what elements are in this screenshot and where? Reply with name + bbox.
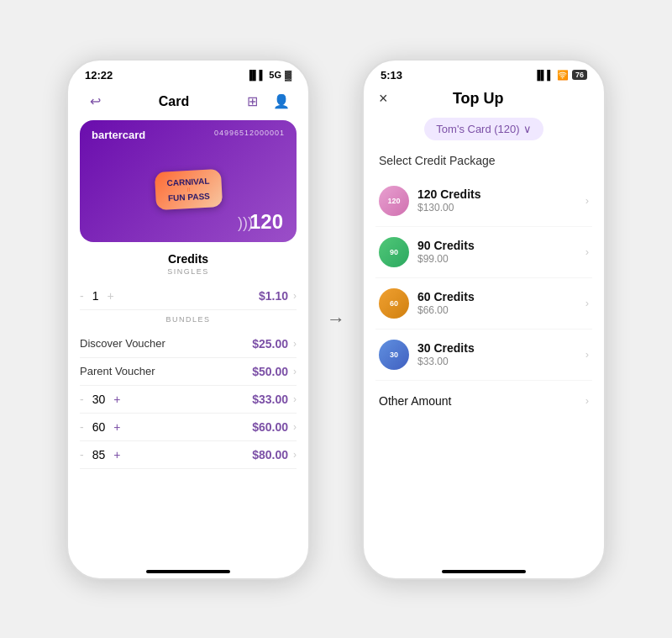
plus-85[interactable]: + bbox=[113, 448, 120, 461]
minus-singles[interactable]: - bbox=[80, 289, 84, 303]
plus-30[interactable]: + bbox=[113, 393, 120, 406]
credits-label-90: 90 Credits bbox=[417, 239, 475, 252]
card-screen-header: ↩ Card ⊞ 👤 bbox=[68, 85, 308, 120]
credits-label-120: 120 Credits bbox=[417, 187, 480, 201]
discover-voucher-row[interactable]: Discover Voucher $25.00 › bbox=[80, 330, 297, 358]
phone-topup-screen: 5:13 ▐▌▌ 🛜 76 × Top Up Tom's Card (120) … bbox=[362, 59, 606, 580]
package-chevron-30: › bbox=[585, 348, 589, 361]
package-icon-120: 120 bbox=[379, 186, 409, 216]
scan-button[interactable]: ⊞ bbox=[241, 90, 265, 113]
plus-singles[interactable]: + bbox=[107, 289, 113, 303]
wifi-icon: 🛜 bbox=[557, 70, 569, 81]
package-icon-30: 30 bbox=[379, 340, 409, 370]
credits-price-60: $66.00 bbox=[417, 304, 475, 316]
card-screen-title: Card bbox=[159, 94, 189, 109]
package-list: 120 120 Credits $130.00 › 90 90 Credit bbox=[364, 176, 604, 562]
credits-price-30: $33.00 bbox=[417, 356, 475, 367]
qty-85: 85 bbox=[92, 448, 106, 461]
status-icons-right: ▐▌▌ 🛜 76 bbox=[534, 70, 587, 81]
singles-chevron: › bbox=[293, 290, 297, 302]
credits-label-30: 30 Credits bbox=[417, 341, 475, 355]
bundle-30-row: - 30 + $33.00 › bbox=[80, 386, 297, 414]
arrow-symbol: → bbox=[327, 308, 345, 330]
package-item-30[interactable]: 30 30 Credits $33.00 › bbox=[375, 330, 592, 381]
close-button[interactable]: × bbox=[379, 90, 388, 108]
credits-title: Credits bbox=[80, 252, 297, 266]
carnival-badge: CARNIVAL II FUN PASS bbox=[154, 168, 222, 209]
time-left: 12:22 bbox=[85, 69, 113, 82]
icon-label-90: 90 bbox=[390, 248, 398, 256]
bundles-label: BUNDLES bbox=[80, 315, 297, 324]
singles-label: SINGLES bbox=[80, 267, 297, 276]
package-chevron-120: › bbox=[585, 194, 589, 207]
carnival-line1: CARNIVAL bbox=[166, 176, 209, 187]
battery-icon: ▓ bbox=[285, 70, 291, 80]
package-chevron-90: › bbox=[585, 245, 589, 258]
icon-label-60: 60 bbox=[390, 299, 398, 308]
card-selector: Tom's Card (120) ∨ bbox=[364, 118, 604, 140]
card-chip-button[interactable]: Tom's Card (120) ∨ bbox=[424, 118, 543, 140]
transition-arrow: → bbox=[327, 308, 345, 330]
profile-button[interactable]: 👤 bbox=[270, 90, 293, 113]
time-right: 5:13 bbox=[381, 69, 402, 82]
qty-30: 30 bbox=[92, 393, 106, 406]
minus-30[interactable]: - bbox=[80, 393, 84, 406]
minus-60[interactable]: - bbox=[80, 420, 84, 434]
icon-label-30: 30 bbox=[390, 351, 398, 359]
status-icons-left: ▐▌▌ 5G ▓ bbox=[246, 70, 291, 80]
phone-card-screen: 12:22 ▐▌▌ 5G ▓ ↩ Card ⊞ 👤 bartercard 049… bbox=[66, 59, 310, 580]
bundle-85-row: - 85 + $80.00 › bbox=[80, 441, 297, 469]
select-package-label: Select Credit Package bbox=[364, 154, 604, 176]
price-85: $80.00 bbox=[252, 448, 288, 461]
status-bar-left: 12:22 ▐▌▌ 5G ▓ bbox=[68, 61, 308, 85]
singles-stepper: - 1 + bbox=[80, 289, 114, 303]
carnival-line2: FUN PASS bbox=[167, 191, 210, 203]
credits-price-90: $99.00 bbox=[417, 253, 475, 265]
parent-voucher-row[interactable]: Parent Voucher $50.00 › bbox=[80, 358, 297, 386]
network-type: 5G bbox=[269, 70, 281, 80]
card-credits: 120 bbox=[249, 210, 283, 234]
back-button[interactable]: ↩ bbox=[83, 90, 107, 113]
icon-label-120: 120 bbox=[387, 197, 400, 205]
package-icon-60: 60 bbox=[379, 288, 409, 319]
plus-60[interactable]: + bbox=[113, 420, 120, 434]
credits-label-60: 60 Credits bbox=[417, 290, 475, 303]
signal-bars-icon: ▐▌▌ bbox=[534, 70, 554, 80]
status-bar-right: 5:13 ▐▌▌ 🛜 76 bbox=[364, 61, 604, 85]
other-amount-chevron: › bbox=[585, 394, 589, 407]
price-30: $33.00 bbox=[252, 393, 288, 406]
price-60: $60.00 bbox=[252, 420, 288, 434]
singles-price: $1.10 bbox=[259, 289, 288, 303]
other-amount-row[interactable]: Other Amount › bbox=[375, 381, 592, 421]
topup-header: × Top Up bbox=[364, 85, 604, 114]
discover-price: $25.00 bbox=[252, 337, 288, 351]
singles-qty: 1 bbox=[92, 289, 99, 303]
parent-label: Parent Voucher bbox=[80, 365, 155, 377]
package-item-90[interactable]: 90 90 Credits $99.00 › bbox=[375, 227, 592, 278]
topup-title: Top Up bbox=[453, 90, 504, 108]
package-item-60[interactable]: 60 60 Credits $66.00 › bbox=[375, 278, 592, 330]
minus-85[interactable]: - bbox=[80, 448, 84, 461]
package-chevron-60: › bbox=[585, 297, 589, 309]
discover-label: Discover Voucher bbox=[80, 337, 165, 350]
singles-row: - 1 + $1.10 › bbox=[80, 282, 297, 310]
credits-section: Credits SINGLES - 1 + $1.10 › BUNDLES Di… bbox=[68, 252, 308, 562]
bartercard-card: bartercard 04996512000001 CARNIVAL II FU… bbox=[80, 120, 297, 242]
package-icon-90: 90 bbox=[379, 237, 409, 267]
other-amount-label: Other Amount bbox=[379, 394, 451, 408]
home-indicator-right bbox=[364, 562, 604, 578]
package-item-120[interactable]: 120 120 Credits $130.00 › bbox=[375, 176, 592, 227]
home-indicator-left bbox=[68, 562, 308, 578]
credits-price-120: $130.00 bbox=[417, 202, 480, 214]
qty-60: 60 bbox=[92, 420, 106, 434]
card-chip-label: Tom's Card (120) bbox=[436, 123, 519, 135]
battery-right-icon: 76 bbox=[572, 70, 587, 80]
parent-price: $50.00 bbox=[252, 365, 288, 378]
signal-icon: ▐▌▌ bbox=[246, 70, 265, 80]
bundle-60-row: - 60 + $60.00 › bbox=[80, 414, 297, 441]
dropdown-chevron-icon: ∨ bbox=[523, 123, 532, 135]
